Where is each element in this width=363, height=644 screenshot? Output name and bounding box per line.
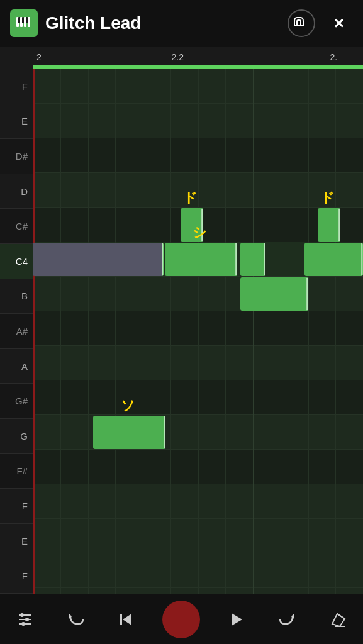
note-label-c4: C4 <box>0 244 33 279</box>
vline-7 <box>225 69 226 594</box>
piano-roll: FED#DC#C4BA#AG#GF#FEF 2 2.2 2. シドドソ <box>0 47 363 594</box>
timeline: 2 2.2 2. <box>33 47 363 69</box>
undo-button[interactable] <box>61 604 91 635</box>
svg-line-21 <box>337 614 345 619</box>
note-label-csharp: C# <box>0 209 33 244</box>
app-icon <box>10 9 38 37</box>
header-right: × <box>288 9 353 37</box>
svg-marker-19 <box>332 614 345 626</box>
note-label-a: A <box>0 349 33 384</box>
page-title: Glitch Lead <box>45 13 141 33</box>
vline-4 <box>143 69 143 594</box>
magnet-button[interactable] <box>288 9 315 37</box>
mixer-icon <box>16 610 35 629</box>
header: Glitch Lead × <box>0 0 363 47</box>
vline-9 <box>281 69 281 594</box>
svg-rect-3 <box>28 17 30 27</box>
note-end-marker-6 <box>338 209 340 241</box>
vline-5 <box>170 69 171 594</box>
close-button[interactable]: × <box>325 9 353 37</box>
note-3[interactable] <box>304 243 363 276</box>
note-end-marker-0 <box>162 243 163 275</box>
note-7[interactable] <box>93 416 165 449</box>
note-label-gsharp: G# <box>0 384 33 419</box>
grid-area[interactable]: 2 2.2 2. シドドソ <box>33 47 363 594</box>
bottom-toolbar <box>0 594 363 644</box>
timeline-marker-end: 2. <box>330 52 338 62</box>
svg-marker-18 <box>232 613 242 626</box>
note-2[interactable] <box>240 243 265 276</box>
play-button[interactable] <box>221 604 251 635</box>
erase-icon <box>328 610 347 629</box>
note-label-d: D <box>0 174 33 209</box>
vline-8 <box>253 69 254 594</box>
magnet-icon <box>293 15 310 31</box>
note-labels: FED#DC#C4BA#AG#GF#FEF <box>0 47 33 594</box>
note-label-f: F <box>0 489 33 524</box>
note-label-f: F <box>0 69 33 104</box>
note-label-e: E <box>0 104 33 140</box>
svg-rect-16 <box>120 614 122 625</box>
record-button[interactable] <box>162 601 200 638</box>
note-label-dsharp: D# <box>0 139 33 174</box>
note-label-e: E <box>0 524 33 559</box>
note-label-b: B <box>0 279 33 314</box>
note-end-marker-1 <box>235 243 237 275</box>
undo-icon <box>67 610 86 629</box>
svg-point-13 <box>25 618 29 621</box>
svg-point-15 <box>21 622 25 626</box>
grid-rows[interactable]: シドドソ <box>33 69 363 594</box>
mixer-button[interactable] <box>10 604 40 635</box>
svg-point-11 <box>20 613 24 617</box>
note-label-g: G <box>0 419 33 454</box>
redo-button[interactable] <box>272 604 302 635</box>
note-end-marker-3 <box>361 243 362 275</box>
svg-rect-6 <box>26 17 28 23</box>
header-left: Glitch Lead <box>10 9 141 37</box>
vline-11 <box>335 69 336 594</box>
note-end-marker-7 <box>164 416 165 448</box>
redo-icon <box>277 610 296 629</box>
note-1[interactable] <box>165 243 237 276</box>
svg-rect-7 <box>294 25 297 26</box>
svg-rect-8 <box>301 25 303 26</box>
vline-1 <box>60 69 61 594</box>
note-5[interactable] <box>181 208 203 242</box>
vline-10 <box>308 69 309 594</box>
playhead <box>33 69 35 594</box>
note-end-marker-5 <box>201 209 203 241</box>
timeline-marker-2: 2 <box>36 52 42 62</box>
note-6[interactable] <box>318 208 340 242</box>
svg-marker-17 <box>123 614 131 625</box>
piano-icon <box>15 14 33 32</box>
svg-rect-5 <box>22 17 24 23</box>
note-label-asharp: A# <box>0 314 33 349</box>
rewind-icon <box>118 610 137 629</box>
vline-2 <box>88 69 89 594</box>
timeline-marker-2-2: 2.2 <box>172 52 184 62</box>
note-0[interactable] <box>33 243 164 276</box>
note-label-f: F <box>0 558 33 594</box>
note-end-marker-2 <box>264 243 265 275</box>
note-end-marker-4 <box>306 278 308 310</box>
rewind-button[interactable] <box>112 604 142 635</box>
note-4[interactable] <box>240 277 308 311</box>
svg-rect-4 <box>18 17 20 23</box>
play-icon <box>226 610 245 629</box>
note-label-fsharp: F# <box>0 454 33 489</box>
vline-6 <box>198 69 199 594</box>
erase-button[interactable] <box>323 604 353 635</box>
vline-3 <box>115 69 116 594</box>
